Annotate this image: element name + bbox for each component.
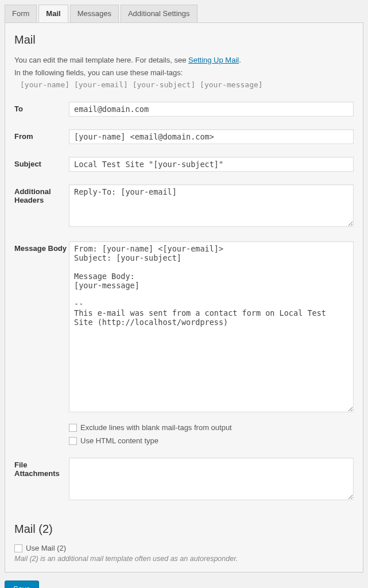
row-from: From <box>14 129 354 144</box>
mail2-section: Mail (2) Use Mail (2) Mail (2) is an add… <box>14 523 354 563</box>
row-additional-headers: Additional Headers <box>14 184 354 229</box>
mail2-title: Mail (2) <box>14 523 354 536</box>
input-subject[interactable] <box>69 157 354 172</box>
label-use-html[interactable]: Use HTML content type <box>80 436 158 445</box>
mail-intro-2: In the following fields, you can use the… <box>14 67 354 79</box>
setting-up-mail-link[interactable]: Setting Up Mail <box>188 56 239 64</box>
label-exclude-blank[interactable]: Exclude lines with blank mail-tags from … <box>80 423 232 432</box>
input-to[interactable] <box>69 102 354 117</box>
input-from[interactable] <box>69 129 354 144</box>
textarea-message-body[interactable] <box>69 241 354 412</box>
tab-nav: Form Mail Messages Additional Settings <box>5 5 363 23</box>
label-from: From <box>14 129 69 141</box>
row-subject: Subject <box>14 157 354 172</box>
tab-messages[interactable]: Messages <box>70 5 119 22</box>
label-subject: Subject <box>14 157 69 168</box>
label-additional-headers: Additional Headers <box>14 184 69 204</box>
textarea-file-attachments[interactable] <box>69 458 354 500</box>
tab-mail[interactable]: Mail <box>38 5 68 22</box>
mail-intro-1: You can edit the mail template here. For… <box>14 55 354 66</box>
intro-end: . <box>239 56 241 64</box>
label-file-attachments: File Attachments <box>14 458 69 478</box>
checkbox-use-mail2[interactable] <box>14 544 22 552</box>
tab-additional-settings[interactable]: Additional Settings <box>121 5 197 22</box>
intro-text: You can edit the mail template here. For… <box>14 56 188 64</box>
label-to: To <box>14 102 69 113</box>
mail-panel: Mail You can edit the mail template here… <box>5 22 363 572</box>
textarea-additional-headers[interactable] <box>69 184 354 227</box>
tab-form[interactable]: Form <box>5 5 37 22</box>
save-button[interactable]: Save <box>5 581 39 588</box>
mail-tags-list: [your-name] [your-email] [your-subject] … <box>20 80 354 89</box>
checkbox-use-html[interactable] <box>69 437 77 445</box>
label-message-body: Message Body <box>14 241 69 253</box>
mail2-hint: Mail (2) is an additional mail template … <box>14 555 354 563</box>
row-to: To <box>14 102 354 117</box>
checkbox-exclude-blank[interactable] <box>69 424 77 432</box>
mail-title: Mail <box>14 33 354 47</box>
label-use-mail2[interactable]: Use Mail (2) <box>26 544 66 552</box>
row-file-attachments: File Attachments <box>14 458 354 502</box>
row-message-body: Message Body Exclude lines with blank ma… <box>14 241 354 445</box>
